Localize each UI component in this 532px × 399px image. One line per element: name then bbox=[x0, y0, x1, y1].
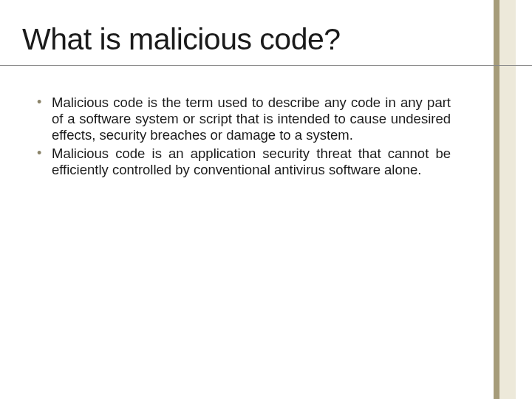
side-accent-bar bbox=[494, 0, 516, 399]
accent-stripe-light bbox=[499, 0, 516, 399]
body-text-area: Malicious code is the term used to descr… bbox=[37, 95, 451, 180]
bullet-item: Malicious code is an application securit… bbox=[37, 146, 451, 178]
accent-stripe-dark bbox=[494, 0, 499, 399]
slide: What is malicious code? Malicious code i… bbox=[0, 0, 532, 399]
bullet-list: Malicious code is the term used to descr… bbox=[37, 95, 451, 178]
slide-title: What is malicious code? bbox=[22, 22, 473, 57]
title-underline bbox=[0, 65, 532, 66]
title-area: What is malicious code? bbox=[22, 22, 473, 57]
bullet-item: Malicious code is the term used to descr… bbox=[37, 95, 451, 144]
